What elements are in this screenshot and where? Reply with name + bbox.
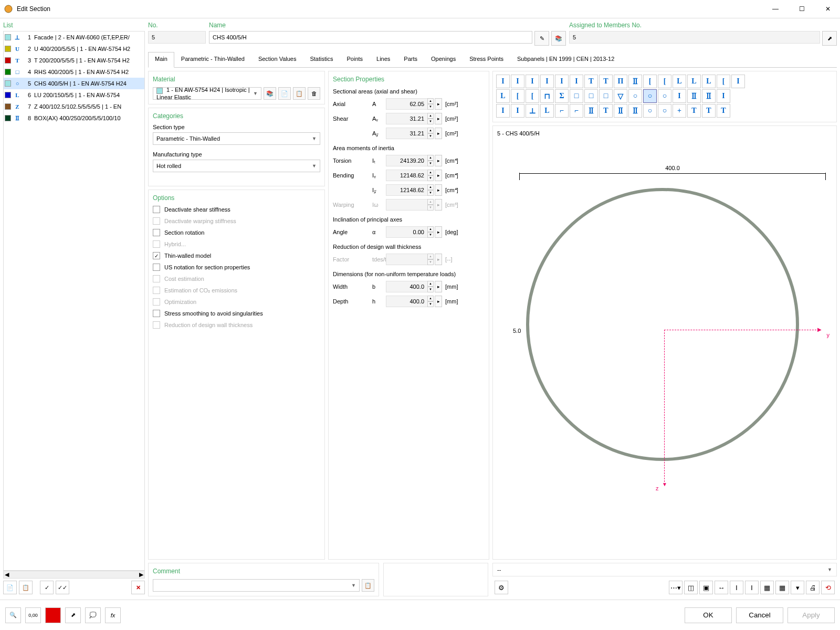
- tab[interactable]: Subpanels | EN 1999 | CEN | 2013-12: [510, 52, 621, 67]
- preview-reset-button[interactable]: ⟲: [821, 581, 835, 594]
- shape-button[interactable]: ⌐: [555, 104, 569, 118]
- shape-button[interactable]: L: [496, 89, 510, 103]
- ok-button[interactable]: OK: [685, 607, 732, 623]
- shape-button[interactable]: +: [673, 104, 686, 118]
- shape-button[interactable]: [: [511, 89, 524, 103]
- shape-button[interactable]: T: [599, 104, 613, 118]
- property-menu-button[interactable]: ▸: [435, 128, 442, 139]
- section-type-dropdown[interactable]: Parametric - Thin-Walled▼: [153, 132, 320, 145]
- list-item[interactable]: □4RHS 400/200/5 | 1 - EN AW-5754 H2: [4, 66, 144, 78]
- preview-actions-button[interactable]: ⚙: [495, 581, 508, 594]
- property-value[interactable]: [386, 281, 428, 292]
- list-item[interactable]: Ⅱ8BOX(AX) 400/250/200/5/5/100/10: [4, 112, 144, 124]
- preview-i2-button[interactable]: Ⅰ: [745, 581, 759, 594]
- preview-grid-button[interactable]: ▦: [775, 581, 789, 594]
- property-menu-button[interactable]: ▸: [435, 98, 442, 110]
- assigned-field[interactable]: 5: [569, 31, 820, 44]
- shape-button[interactable]: L: [540, 104, 554, 118]
- shape-button[interactable]: Ⅱ: [702, 89, 716, 103]
- shape-button[interactable]: ○: [658, 89, 671, 103]
- property-value[interactable]: [386, 98, 428, 110]
- preview-i1-button[interactable]: Ⅰ: [730, 581, 743, 594]
- apply-button[interactable]: Apply: [788, 607, 835, 623]
- property-value[interactable]: [386, 226, 428, 238]
- no-field[interactable]: 5: [148, 31, 206, 44]
- shape-button[interactable]: I: [496, 104, 510, 118]
- option-checkbox[interactable]: US notation for section properties: [153, 264, 320, 271]
- property-value[interactable]: [386, 170, 428, 181]
- shape-button[interactable]: L: [702, 75, 716, 88]
- preview-more-button[interactable]: ▾: [791, 581, 804, 594]
- preview-canvas[interactable]: 400.0 5.0 y z: [497, 141, 832, 487]
- shape-button[interactable]: I: [731, 75, 745, 88]
- preview-stress-button[interactable]: ▣: [699, 581, 713, 594]
- shape-button[interactable]: Σ: [555, 89, 569, 103]
- list-check2-button[interactable]: ✓✓: [56, 581, 69, 594]
- shape-button[interactable]: [: [717, 75, 730, 88]
- spinner[interactable]: ▲▼: [427, 296, 434, 307]
- shape-button[interactable]: □: [570, 89, 583, 103]
- spinner[interactable]: ▲▼: [427, 128, 434, 139]
- shape-button[interactable]: L: [673, 75, 686, 88]
- shape-button[interactable]: T: [599, 75, 613, 88]
- option-checkbox[interactable]: Stress smoothing to avoid singularities: [153, 310, 320, 317]
- list-item[interactable]: L6LU 200/150/5/5 | 1 - EN AW-5754: [4, 89, 144, 101]
- shape-button[interactable]: Ⅱ: [584, 104, 598, 118]
- list-check-button[interactable]: ✓: [40, 581, 54, 594]
- shape-button[interactable]: ○: [643, 89, 657, 103]
- list-delete-button[interactable]: ✕: [131, 581, 145, 594]
- property-value[interactable]: [386, 128, 428, 139]
- material-new-button[interactable]: 📄: [278, 87, 291, 100]
- option-checkbox[interactable]: Deactivate shear stiffness: [153, 206, 320, 213]
- shape-button[interactable]: Ⅱ: [628, 104, 642, 118]
- preview-dim-button[interactable]: ↔: [715, 581, 728, 594]
- footer-help-button[interactable]: 🔍: [5, 607, 21, 623]
- spinner[interactable]: ▲▼: [427, 184, 434, 196]
- preview-axes-button[interactable]: ◫: [684, 581, 698, 594]
- shape-button[interactable]: I: [511, 75, 524, 88]
- name-library-button[interactable]: 📚: [551, 31, 566, 46]
- property-menu-button[interactable]: ▸: [435, 281, 442, 292]
- list-item[interactable]: T3T 200/200/5/5/5 | 1 - EN AW-5754 H2: [4, 55, 144, 66]
- minimize-button[interactable]: —: [768, 4, 783, 14]
- footer-fx-button[interactable]: fx: [105, 607, 121, 623]
- shape-button[interactable]: T: [584, 75, 598, 88]
- comment-field[interactable]: ▼: [153, 579, 360, 592]
- property-menu-button[interactable]: ▸: [435, 113, 442, 124]
- list-item[interactable]: ○5CHS 400/5/H | 1 - EN AW-5754 H24: [4, 78, 144, 89]
- footer-color-button[interactable]: [45, 607, 61, 623]
- maximize-button[interactable]: ☐: [794, 4, 810, 14]
- shape-button[interactable]: ▽: [614, 89, 627, 103]
- tab[interactable]: Lines: [370, 52, 397, 67]
- tab[interactable]: Statistics: [303, 52, 340, 67]
- list-item[interactable]: U2U 400/200/5/5/5 | 1 - EN AW-5754 H2: [4, 43, 144, 55]
- shape-button[interactable]: I: [526, 75, 539, 88]
- option-checkbox[interactable]: Thin-walled model: [153, 252, 320, 259]
- list-hscroll[interactable]: ◀▶: [3, 571, 145, 579]
- spinner[interactable]: ▲▼: [427, 170, 434, 181]
- tab[interactable]: Stress Points: [463, 52, 510, 67]
- preview-status-bar[interactable]: --▼: [492, 563, 837, 576]
- shape-button[interactable]: □: [599, 89, 613, 103]
- option-checkbox[interactable]: Section rotation: [153, 229, 320, 236]
- shape-button[interactable]: [: [643, 75, 657, 88]
- list-item[interactable]: ⊥1Facade | 2 - EN AW-6060 (ET,EP,ER/: [4, 32, 144, 43]
- comment-pick-button[interactable]: 📋: [362, 579, 374, 592]
- shape-button[interactable]: Ⅱ: [628, 75, 642, 88]
- tab[interactable]: Parts: [397, 52, 424, 67]
- spinner[interactable]: ▲▼: [427, 226, 434, 238]
- shape-button[interactable]: ⊓: [540, 89, 554, 103]
- shape-button[interactable]: [: [658, 75, 671, 88]
- shape-button[interactable]: Ⅱ: [614, 104, 627, 118]
- shape-button[interactable]: I: [555, 75, 569, 88]
- assigned-pick-button[interactable]: ⬈: [822, 31, 837, 46]
- spinner[interactable]: ▲▼: [427, 281, 434, 292]
- name-edit-button[interactable]: ✎: [534, 31, 549, 46]
- shape-button[interactable]: Π: [614, 75, 627, 88]
- shape-button[interactable]: ⊥: [526, 104, 539, 118]
- shape-button[interactable]: I: [717, 89, 730, 103]
- material-library-button[interactable]: 📚: [264, 87, 276, 100]
- tab[interactable]: Openings: [424, 52, 463, 67]
- property-value[interactable]: [386, 113, 428, 124]
- close-button[interactable]: ✕: [820, 4, 836, 14]
